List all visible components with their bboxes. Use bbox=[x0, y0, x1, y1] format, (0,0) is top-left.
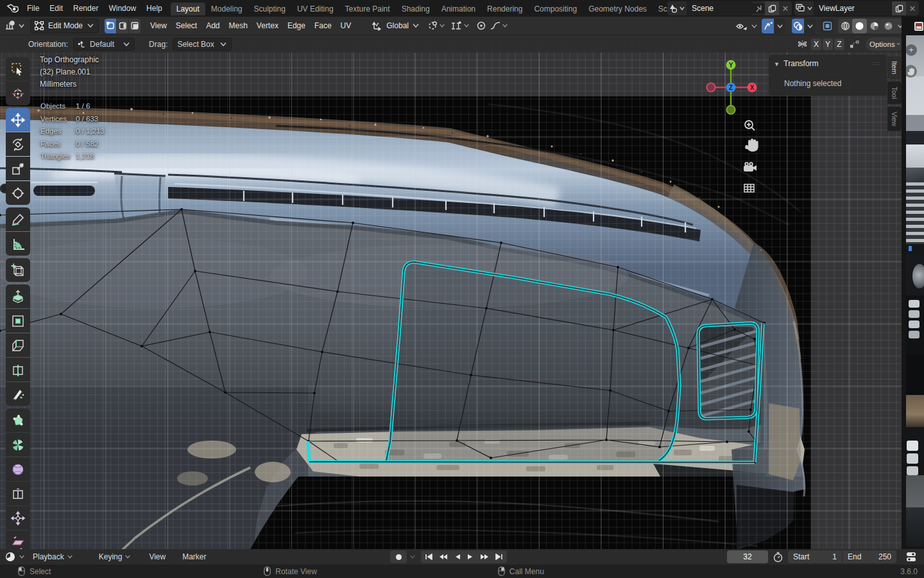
svg-text:Z: Z bbox=[729, 84, 733, 91]
svg-text:Y: Y bbox=[729, 62, 733, 69]
svg-text:X: X bbox=[750, 84, 755, 91]
